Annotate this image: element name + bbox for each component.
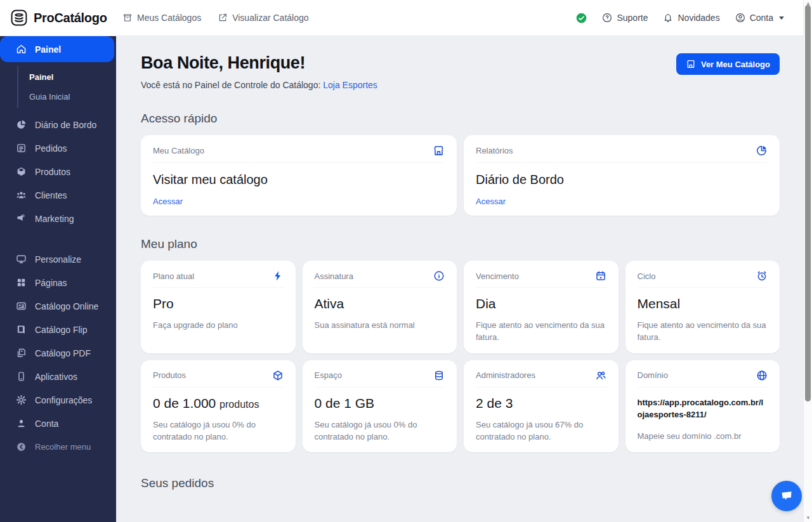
pie-chart-icon — [16, 119, 27, 130]
sidebar-item-diario-de-bordo[interactable]: Diário de Bordo — [0, 113, 116, 136]
sidebar: Painel Painel Guia Inicial Diário de Bor… — [0, 36, 116, 522]
plan-value: 0 de 1 GB — [315, 396, 445, 411]
question-circle-icon — [602, 13, 612, 23]
sidebar-item-paginas[interactable]: Páginas — [0, 271, 116, 294]
acessar-link[interactable]: Acessar — [153, 197, 445, 206]
top-right-nav: Suporte Novidades — [576, 13, 784, 23]
plan-footer: Fique atento ao vencimento da sua fatura… — [638, 320, 768, 344]
sidebar-item-pedidos-label: Pedidos — [35, 143, 67, 153]
support-label: Suporte — [617, 13, 648, 23]
sidebar-item-marketing[interactable]: Marketing — [0, 207, 116, 230]
scrollbar-down-arrow[interactable]: ▼ — [804, 514, 812, 522]
sidebar-item-produtos[interactable]: Produtos — [0, 160, 116, 183]
book-icon — [16, 324, 27, 335]
home-icon — [16, 44, 27, 55]
sidebar-item-personalize[interactable]: Personalize — [0, 247, 116, 271]
calendar-icon — [595, 270, 606, 282]
chevron-down-icon — [779, 16, 784, 20]
card-label: Plano atual — [153, 271, 194, 281]
card-title: Visitar meu catálogo — [153, 173, 445, 187]
sidebar-item-aplicativos[interactable]: Aplicativos — [0, 365, 116, 388]
sidebar-item-personalize-label: Personalize — [35, 254, 81, 264]
plan-value: Mensal — [638, 296, 768, 311]
card-title: Diário de Bordo — [476, 173, 768, 187]
sidebar-item-produtos-label: Produtos — [35, 167, 70, 177]
sidebar-item-clientes-label: Clientes — [35, 190, 67, 200]
account-label: Conta — [750, 13, 773, 23]
status-check-icon — [576, 13, 587, 23]
megaphone-icon — [16, 213, 27, 224]
news-menu[interactable]: Novidades — [663, 13, 719, 23]
plan-card-dominio: Domínio https://app.procatalogo.com.br/l… — [625, 360, 780, 453]
sidebar-item-catalogo-pdf[interactable]: Catálogo PDF — [0, 341, 116, 365]
view-catalog-button[interactable]: Ver Meu Catálogo — [676, 53, 780, 75]
grid-icon — [16, 277, 27, 288]
quick-access-title: Acesso rápido — [141, 112, 780, 126]
people-icon — [16, 190, 27, 200]
sidebar-item-clientes[interactable]: Clientes — [0, 183, 116, 207]
top-bar: ProCatálogo Meus Catálogos Visualizar Ca… — [0, 0, 812, 36]
external-link-icon — [218, 13, 228, 23]
plan-value: Pro — [153, 296, 284, 311]
collapse-arrow-icon — [16, 441, 27, 452]
card-label: Ciclo — [638, 271, 656, 281]
plan-footer: Seu catálogo já usou 0% do contratado no… — [315, 419, 445, 443]
list-card-icon — [16, 301, 27, 311]
scrollbar-thumb[interactable] — [805, 5, 811, 401]
account-menu[interactable]: Conta — [735, 13, 784, 23]
receipt-icon — [16, 143, 27, 153]
alarm-clock-icon — [756, 270, 768, 282]
sidebar-section-gap — [0, 230, 116, 247]
sidebar-item-painel-label: Painel — [35, 44, 61, 55]
chat-bubble-icon — [779, 488, 794, 504]
plan-footer: Mapeie seu domínio .com.br — [638, 431, 768, 443]
sidebar-item-conta[interactable]: Conta — [0, 412, 116, 435]
plan-footer: Seu catálogo já usou 0% do contratado no… — [153, 419, 284, 443]
plan-card-assinatura: Assinatura Ativa Sua assinatura está nor… — [303, 261, 457, 353]
brand-name: ProCatálogo — [34, 11, 107, 25]
top-nav: Meus Catálogos Visualizar Catálogo — [122, 13, 309, 23]
plan-card-espaco: Espaço 0 de 1 GB Seu catálogo já usou 0%… — [303, 360, 457, 453]
plan-card-plano-atual: Plano atual Pro Faça upgrade do plano — [141, 261, 296, 353]
submenu-item-guia-inicial[interactable]: Guia Inicial — [18, 87, 116, 107]
acessar-link[interactable]: Acessar — [476, 197, 768, 206]
documents-icon — [16, 348, 27, 358]
sidebar-item-catalogo-pdf-label: Catálogo PDF — [35, 348, 91, 358]
domain-url: https://app.procatalogo.com.br/lojaespor… — [638, 396, 768, 421]
sidebar-item-aplicativos-label: Aplicativos — [35, 372, 77, 382]
brand-logo[interactable]: ProCatálogo — [10, 9, 116, 27]
cube-icon — [16, 166, 27, 177]
monitor-icon — [16, 254, 27, 264]
nav-meus-catalogos-label: Meus Catálogos — [137, 13, 201, 23]
plan-value: 0 de 1.000 produtos — [153, 396, 284, 411]
plan-footer: Seu catálogo já usou 67% do contratado n… — [476, 419, 606, 443]
nav-meus-catalogos[interactable]: Meus Catálogos — [122, 13, 201, 23]
catalog-link[interactable]: Loja Esportes — [323, 80, 377, 90]
card-label: Produtos — [153, 370, 186, 380]
plan-grid-row-1: Plano atual Pro Faça upgrade do plano As… — [141, 261, 780, 353]
plan-title: Meu plano — [141, 237, 780, 251]
sidebar-item-catalogo-online[interactable]: Catálogo Online — [0, 294, 116, 318]
submenu-item-painel[interactable]: Painel — [18, 67, 116, 87]
lightning-icon — [272, 270, 284, 282]
sidebar-item-painel[interactable]: Painel — [0, 36, 114, 62]
sidebar-item-pedidos[interactable]: Pedidos — [0, 136, 116, 160]
phone-icon — [16, 371, 27, 382]
card-label: Espaço — [315, 370, 342, 380]
card-label: Vencimento — [476, 271, 519, 281]
nav-visualizar-catalogo[interactable]: Visualizar Catálogo — [218, 13, 308, 23]
plan-card-produtos: Produtos 0 de 1.000 produtos Seu catálog… — [141, 360, 296, 453]
card-label: Administradores — [476, 370, 535, 380]
sidebar-item-catalogo-online-label: Catálogo Online — [35, 301, 98, 311]
chat-fab-button[interactable] — [771, 481, 802, 511]
plan-value: 2 de 3 — [476, 396, 606, 411]
sidebar-collapse-menu[interactable]: Recolher menu — [0, 435, 116, 459]
support-menu[interactable]: Suporte — [602, 13, 648, 23]
cabinet-icon — [122, 13, 133, 23]
sidebar-collapse-label: Recolher menu — [35, 442, 91, 452]
sidebar-item-configuracoes[interactable]: Configurações — [0, 388, 116, 412]
info-icon — [433, 270, 445, 282]
app-window: ProCatálogo Meus Catálogos Visualizar Ca… — [0, 0, 812, 522]
sidebar-item-catalogo-flip[interactable]: Catálogo Flip — [0, 318, 116, 341]
subtitle: Você está no Painel de Controle do Catál… — [141, 80, 377, 90]
